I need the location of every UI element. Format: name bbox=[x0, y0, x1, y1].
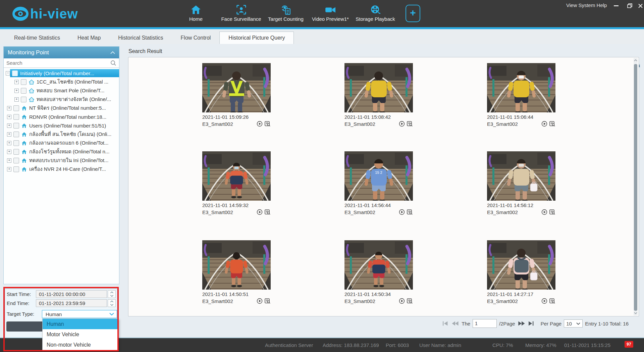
tree-node[interactable]: กล้องพื้นที่ สน.โชคชัย (โดเมน) (Onli... bbox=[11, 130, 119, 138]
checkbox[interactable] bbox=[13, 114, 19, 120]
per-page-select[interactable]: 10 bbox=[564, 319, 583, 328]
checkbox[interactable] bbox=[13, 140, 19, 146]
first-page-button[interactable] bbox=[442, 321, 449, 326]
checkbox[interactable] bbox=[13, 149, 19, 155]
start-time-field[interactable]: 01-11-2021 00:00:00 bbox=[36, 290, 107, 298]
tree-row[interactable]: +ทดสอบระบบภายใน Ini (Online/Tot... bbox=[4, 156, 119, 165]
collapse-icon[interactable]: − bbox=[6, 71, 10, 76]
checkbox[interactable] bbox=[21, 88, 26, 94]
play-icon[interactable] bbox=[541, 209, 547, 215]
snapshot-image[interactable] bbox=[202, 151, 271, 201]
play-icon[interactable] bbox=[257, 209, 263, 215]
snapshot-image[interactable] bbox=[344, 63, 413, 112]
checkbox[interactable] bbox=[13, 158, 19, 163]
tree-node[interactable]: RDNVR (Online/Total number:18... bbox=[11, 113, 119, 121]
detail-search-icon[interactable] bbox=[407, 209, 413, 215]
checkbox[interactable] bbox=[13, 123, 19, 129]
tree-node[interactable]: ทดสอบ Smart Pole (Online/T... bbox=[19, 87, 119, 95]
detail-search-icon[interactable] bbox=[264, 298, 271, 304]
end-time-spinner[interactable] bbox=[108, 299, 116, 307]
target-type-select[interactable]: Human bbox=[42, 310, 117, 318]
page-number-input[interactable] bbox=[473, 319, 497, 328]
expand-icon[interactable]: + bbox=[14, 89, 19, 93]
expand-icon[interactable]: + bbox=[7, 150, 11, 154]
search-input[interactable] bbox=[4, 60, 110, 66]
start-time-spinner[interactable] bbox=[108, 290, 116, 298]
detail-search-icon[interactable] bbox=[549, 298, 555, 304]
checkbox[interactable] bbox=[21, 79, 26, 85]
play-icon[interactable] bbox=[399, 298, 405, 304]
checkbox[interactable] bbox=[21, 97, 26, 102]
checkbox[interactable] bbox=[13, 166, 19, 172]
expand-icon[interactable]: + bbox=[7, 141, 11, 145]
tree-node[interactable]: NT พิจิตร (Online/Total number:5... bbox=[11, 104, 119, 112]
checkbox[interactable] bbox=[12, 70, 18, 76]
tree-row[interactable]: +ทดสอบสาขาต่างจังหวัด (Online/... bbox=[4, 95, 119, 104]
minimize-button[interactable] bbox=[612, 2, 621, 9]
expand-icon[interactable]: + bbox=[14, 97, 19, 102]
tree-row[interactable]: +กล้องพื้นที่ สน.โชคชัย (โดเมน) (Onli... bbox=[4, 130, 119, 139]
nav-item-home[interactable]: Home bbox=[189, 3, 203, 22]
expand-icon[interactable]: + bbox=[7, 123, 11, 128]
dropdown-option-human[interactable]: Human bbox=[43, 319, 118, 329]
detail-search-icon[interactable] bbox=[407, 121, 413, 127]
nav-item-storage-playback[interactable]: Storage Playback bbox=[356, 3, 395, 22]
play-icon[interactable] bbox=[399, 209, 405, 215]
search-icon[interactable] bbox=[110, 60, 116, 66]
checkbox[interactable] bbox=[13, 132, 19, 137]
spinner-down-icon[interactable] bbox=[108, 294, 115, 298]
dropdown-option-motor-vehicle[interactable]: Motor Vehicle bbox=[43, 329, 118, 340]
vertical-scrollbar[interactable] bbox=[634, 58, 638, 315]
tree-row[interactable]: +เครื่อง NVR 24 Hi-Care (Online/T... bbox=[4, 165, 119, 173]
tree-row[interactable]: +กล้องโชว์รูมทั้งหมด (Online/Total n... bbox=[4, 147, 119, 156]
scroll-up-icon[interactable] bbox=[634, 58, 638, 63]
play-icon[interactable] bbox=[257, 121, 263, 127]
scrollbar-thumb[interactable] bbox=[634, 64, 637, 311]
previous-page-button[interactable] bbox=[451, 321, 459, 326]
expand-icon[interactable]: + bbox=[7, 132, 11, 137]
expand-icon[interactable]: + bbox=[7, 167, 11, 171]
alert-count-badge[interactable]: 97 bbox=[625, 341, 633, 348]
next-page-button[interactable] bbox=[518, 321, 526, 326]
spinner-down-icon[interactable] bbox=[108, 303, 115, 307]
tree-node[interactable]: ทดสอบระบบภายใน Ini (Online/Tot... bbox=[11, 156, 119, 164]
scroll-down-icon[interactable] bbox=[634, 311, 638, 315]
detail-search-icon[interactable] bbox=[549, 121, 555, 127]
view-system-help-link[interactable]: View System Help bbox=[566, 2, 607, 8]
expand-icon[interactable]: + bbox=[7, 106, 11, 110]
snapshot-image[interactable] bbox=[344, 240, 413, 290]
last-page-button[interactable] bbox=[528, 321, 535, 326]
tree-node[interactable]: เครื่อง NVR 24 Hi-Care (Online/T... bbox=[11, 165, 119, 173]
detail-search-icon[interactable] bbox=[549, 209, 555, 215]
detail-search-icon[interactable] bbox=[264, 209, 271, 215]
tree-node[interactable]: Initiatively (Online/Total number... bbox=[10, 69, 119, 77]
tree-row[interactable]: +ทดสอบ Smart Pole (Online/T... bbox=[4, 86, 119, 95]
play-icon[interactable] bbox=[257, 298, 263, 304]
tree-row[interactable]: +NT พิจิตร (Online/Total number:5... bbox=[4, 104, 119, 112]
spinner-up-icon[interactable] bbox=[108, 291, 115, 294]
tree-row[interactable]: +1CC_สน.โชคชัย (Online/Total ... bbox=[4, 78, 119, 86]
tab-real-time-statistics[interactable]: Real-time Statistics bbox=[5, 32, 69, 44]
snapshot-image[interactable] bbox=[487, 240, 555, 290]
detail-search-icon[interactable] bbox=[264, 121, 271, 127]
tree-node[interactable]: 1CC_สน.โชคชัย (Online/Total ... bbox=[19, 78, 119, 86]
end-time-field[interactable]: 01-11-2021 23:59:59 bbox=[36, 299, 107, 307]
tree-node[interactable]: ทดสอบสาขาต่างจังหวัด (Online/... bbox=[19, 95, 119, 103]
tab-historical-picture-query[interactable]: Historical Picture Query bbox=[219, 32, 294, 44]
close-button[interactable] bbox=[636, 2, 644, 9]
detail-search-icon[interactable] bbox=[407, 298, 413, 304]
tree-row[interactable]: +RDNVR (Online/Total number:18... bbox=[4, 112, 119, 121]
snapshot-image[interactable]: 15 2 bbox=[344, 151, 413, 201]
tree-row[interactable]: −Initiatively (Online/Total number... bbox=[4, 69, 119, 78]
play-icon[interactable] bbox=[541, 121, 547, 127]
play-icon[interactable] bbox=[541, 298, 547, 304]
snapshot-image[interactable] bbox=[487, 151, 555, 201]
checkbox[interactable] bbox=[13, 105, 19, 111]
add-module-button[interactable]: + bbox=[406, 5, 420, 22]
tree-row[interactable]: +กล้องลานจอดรถแยก 6 (Online/Tot... bbox=[4, 139, 119, 147]
snapshot-image[interactable] bbox=[202, 63, 271, 112]
nav-item-target-counting[interactable]: Target Counting bbox=[268, 3, 304, 22]
expand-icon[interactable]: + bbox=[7, 115, 11, 119]
tree-node[interactable]: Users (Online/Total number:51/51) bbox=[11, 121, 119, 130]
tree-node[interactable]: กล้องลานจอดรถแยก 6 (Online/Tot... bbox=[11, 139, 119, 147]
